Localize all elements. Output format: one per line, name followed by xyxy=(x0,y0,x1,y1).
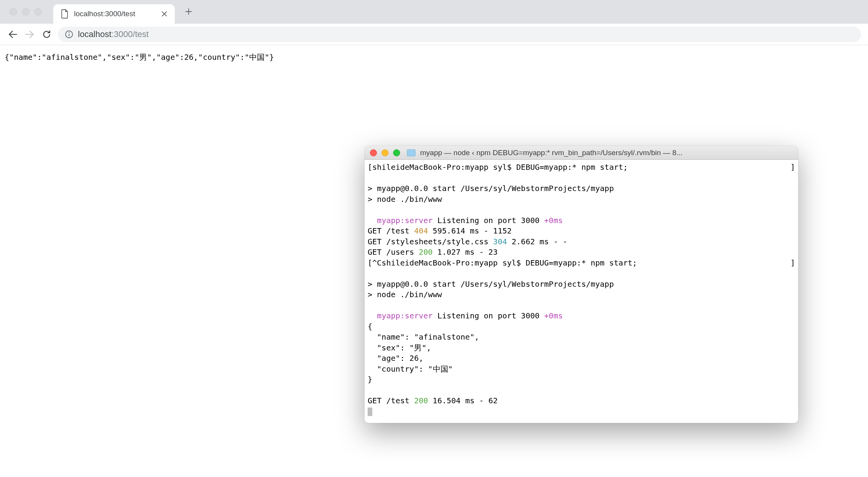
page-body: {"name":"afinalstone","sex":"男","age":26… xyxy=(0,45,868,69)
svg-point-1 xyxy=(69,32,69,33)
terminal-minimize-button[interactable] xyxy=(382,149,388,156)
new-tab-button[interactable] xyxy=(182,5,196,19)
back-button[interactable] xyxy=(7,29,19,40)
window-traffic-lights xyxy=(10,8,42,15)
window-maximize-dot[interactable] xyxy=(34,8,42,15)
terminal-titlebar[interactable]: myapp — node ‹ npm DEBUG=myapp:* rvm_bin… xyxy=(365,146,798,160)
reload-button[interactable] xyxy=(41,29,52,40)
terminal-window: myapp — node ‹ npm DEBUG=myapp:* rvm_bin… xyxy=(365,146,798,423)
terminal-cursor xyxy=(368,408,372,416)
address-text: localhost:3000/test xyxy=(78,29,149,39)
terminal-title: myapp — node ‹ npm DEBUG=myapp:* rvm_bin… xyxy=(420,149,793,157)
terminal-close-button[interactable] xyxy=(370,149,377,156)
chrome-tab-bar: localhost:3000/test xyxy=(0,0,868,24)
terminal-body[interactable]: [shileideMacBook-Pro:myapp syl$ DEBUG=my… xyxy=(365,160,798,423)
forward-button[interactable] xyxy=(24,29,35,40)
chrome-toolbar: localhost:3000/test xyxy=(0,24,868,45)
window-close-dot[interactable] xyxy=(10,8,17,15)
address-bar[interactable]: localhost:3000/test xyxy=(58,27,861,42)
terminal-traffic-lights xyxy=(370,149,400,156)
file-icon xyxy=(60,9,69,19)
browser-tab[interactable]: localhost:3000/test xyxy=(53,4,175,24)
tab-title: localhost:3000/test xyxy=(74,10,156,18)
terminal-scrollbar[interactable] xyxy=(791,161,797,421)
terminal-maximize-button[interactable] xyxy=(393,149,400,156)
close-tab-button[interactable] xyxy=(161,10,168,17)
window-minimize-dot[interactable] xyxy=(22,8,29,15)
site-info-icon[interactable] xyxy=(65,30,73,39)
folder-icon xyxy=(407,149,415,156)
